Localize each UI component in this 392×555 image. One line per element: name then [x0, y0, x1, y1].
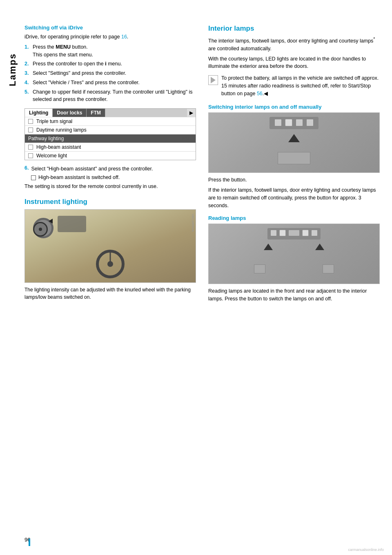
menu-row-pathway: Pathway lighting 240 s [25, 134, 196, 143]
interior-lamps-title: Interior lamps [208, 25, 380, 33]
menu-table: Lighting Door locks FTM ▶ Triple turn si… [24, 108, 196, 160]
menu-row-triple: Triple turn signal [25, 117, 196, 125]
menu-tab-arrow: ▶ [187, 109, 196, 117]
instrument-image: VBC28594A [24, 209, 196, 283]
reading-lamps-title: Reading lamps [208, 215, 380, 221]
note-icon [208, 75, 218, 100]
step-5: 5. Change to upper field if necessary. T… [24, 88, 196, 104]
menu-header: Lighting Door locks FTM ▶ [25, 109, 196, 117]
menu-tab-ftm: FTM [87, 109, 105, 117]
interior-image: VYC8658AP [208, 112, 380, 173]
menu-tab-lighting: Lighting [25, 109, 53, 117]
right-column: Interior lamps The interior lamps, footw… [208, 25, 380, 305]
watermark-interior: VYC8658AP [375, 115, 379, 133]
note-text: To protect the battery, all lamps in the… [221, 74, 380, 97]
step-6-indicator: High-beam assistant is switched off. [31, 175, 196, 180]
instrument-image-caption: The lighting intensity can be adjusted w… [24, 286, 196, 301]
checkbox-triple [28, 119, 33, 124]
step-2: 2. Press the controller to open the i me… [24, 60, 196, 68]
menu-tab-doorlocks: Door locks [53, 109, 87, 117]
instrument-lighting-title: Instrument lighting [24, 198, 196, 206]
step-6-indicator-text: High-beam assistant is switched off. [38, 175, 120, 180]
step-6-line: 6. Select "High-beam assistant" and pres… [24, 165, 196, 173]
bottom-watermark: carmanualsonline.info [348, 548, 384, 552]
interior-detail-text: If the interior lamps, footwell lamps, d… [208, 186, 380, 209]
step-6-text: Select "High-beam assistant" and press t… [31, 165, 153, 173]
press-button-text: Press the button. [208, 176, 380, 184]
page-container: Lamps Switching off via iDrive iDrive, f… [0, 0, 392, 555]
watermark-left: VBC28594A [191, 214, 195, 232]
step-6-container: 6. Select "High-beam assistant" and pres… [24, 165, 196, 180]
checkbox-daytime [28, 128, 33, 132]
interior-intro-1: The interior lamps, footwell lamps, door… [208, 36, 380, 53]
menu-row-daytime: Daytime running lamps [25, 125, 196, 134]
steps-list: 1. Press the MENU button.This opens the … [24, 43, 196, 103]
checkbox-welcome [28, 153, 33, 158]
step-4: 4. Select "Vehicle / Tires" and press th… [24, 79, 196, 87]
step-3: 3. Select "Settings" and press the contr… [24, 69, 196, 77]
interior-intro-2: With the courtesy lamps, LED lights are … [208, 55, 380, 71]
checkbox-highbeam [28, 145, 33, 150]
switching-interior-title: Switching interior lamps on and off manu… [208, 104, 380, 110]
note-box: To protect the battery, all lamps in the… [208, 74, 380, 100]
reading-lamps-text: Reading lamps are located in the front a… [208, 287, 380, 303]
left-column: Switching off via iDrive iDrive, for ope… [24, 25, 196, 305]
step-1: 1. Press the MENU button.This opens the … [24, 43, 196, 59]
checkbox-icon-step6 [31, 175, 36, 180]
content-area: Switching off via iDrive iDrive, for ope… [24, 25, 380, 305]
idrive-intro: iDrive, for operating principle refer to… [24, 33, 196, 41]
menu-row-highbeam: High-beam assistant [25, 143, 196, 151]
switching-off-title: Switching off via iDrive [24, 25, 196, 31]
setting-stored-text: The setting is stored for the remote con… [24, 183, 196, 190]
watermark-reading: VYC8659AP [375, 226, 379, 244]
menu-row-welcome: Welcome light [25, 151, 196, 160]
instrument-lighting-section: Instrument lighting [24, 198, 196, 301]
page-number-bar [29, 539, 30, 546]
sidebar-label: Lamps [7, 53, 18, 86]
reading-image: VYC8659AP [208, 224, 380, 284]
